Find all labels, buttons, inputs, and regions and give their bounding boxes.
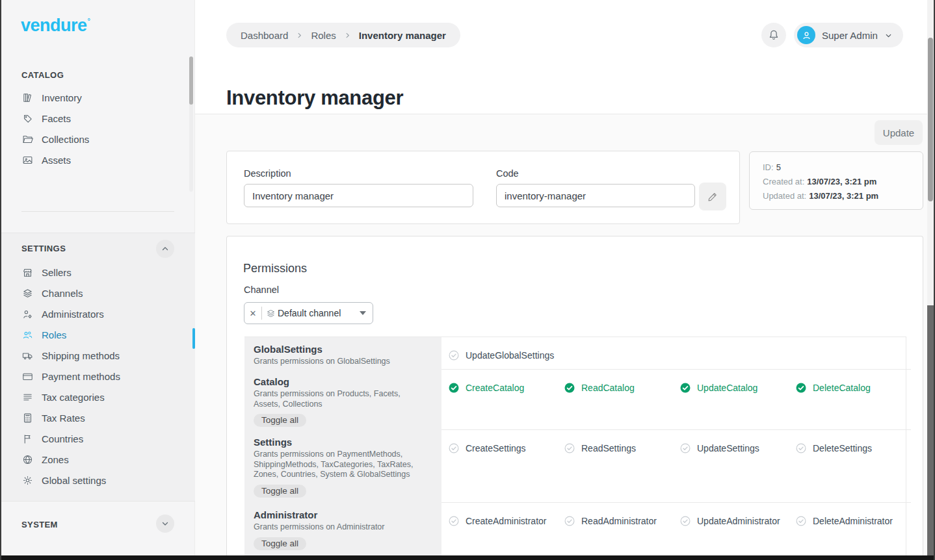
sidebar-item-label: Shipping methods xyxy=(42,350,120,361)
breadcrumb-dashboard[interactable]: Dashboard xyxy=(241,30,288,41)
description-input[interactable] xyxy=(244,184,473,207)
permission-checkbox-deletesettings[interactable]: DeleteSettings xyxy=(795,442,911,455)
created-at-line: Created at:13/07/23, 3:21 pm xyxy=(763,175,910,189)
sidebar-divider xyxy=(21,211,174,212)
sidebar-item-shipping-methods[interactable]: Shipping methods xyxy=(0,345,195,366)
sidebar-item-collections[interactable]: Collections xyxy=(0,129,195,149)
folder-icon xyxy=(21,133,33,145)
sidebar-item-facets[interactable]: Facets xyxy=(0,108,195,129)
permission-checkbox-readsettings[interactable]: ReadSettings xyxy=(564,442,679,455)
permission-label: UpdateCatalog xyxy=(697,383,757,393)
permission-group-description: Grants permissions on PaymentMethods, Sh… xyxy=(254,450,428,480)
permission-checkbox-readcatalog[interactable]: ReadCatalog xyxy=(564,381,679,394)
sidebar-item-label: Zones xyxy=(42,454,69,465)
sidebar-item-label: Assets xyxy=(42,155,71,166)
breadcrumb-inventory-manager: Inventory manager xyxy=(359,30,446,41)
layers-icon xyxy=(21,287,33,299)
section-label-system: SYSTEM xyxy=(21,520,58,529)
breadcrumb-roles[interactable]: Roles xyxy=(311,30,336,41)
id-label: ID: xyxy=(763,162,774,172)
nav-section-catalog: CATALOG InventoryFacetsCollectionsAssets xyxy=(0,65,195,170)
remove-channel-button[interactable]: ✕ xyxy=(244,309,261,318)
window-left-edge xyxy=(0,0,1,560)
notifications-button[interactable] xyxy=(761,23,786,47)
code-input[interactable] xyxy=(496,184,695,207)
user-cog-icon xyxy=(21,308,33,320)
section-header: SYSTEM xyxy=(0,511,195,533)
updated-at-value: 13/07/23, 3:21 pm xyxy=(809,191,878,201)
sidebar-item-tax-categories[interactable]: Tax categories xyxy=(0,387,195,407)
channel-label: Channel xyxy=(244,285,279,295)
description-label: Description xyxy=(244,168,291,179)
chevron-down-icon xyxy=(161,520,169,528)
sidebar-item-sellers[interactable]: Sellers xyxy=(0,262,195,283)
user-menu[interactable]: Super Admin xyxy=(794,23,903,47)
window-scrollbar-shade xyxy=(927,305,934,560)
permission-group-name: Administrator xyxy=(254,509,430,521)
sidebar-item-label: Tax categories xyxy=(42,392,105,403)
check-circle-filled-icon xyxy=(564,382,575,394)
active-item-indicator xyxy=(192,328,195,349)
toggle-all-button[interactable]: Toggle all xyxy=(254,537,306,550)
sidebar-item-countries[interactable]: Countries xyxy=(0,428,195,449)
permission-group-name: GlobalSettings xyxy=(254,344,430,355)
permission-checkbox-updateadministrator[interactable]: UpdateAdministrator xyxy=(679,515,795,528)
tag-icon xyxy=(21,112,33,124)
entity-info-card: ID:5 Created at:13/07/23, 3:21 pm Update… xyxy=(749,151,923,210)
role-detail-card: Description Code xyxy=(226,151,740,224)
permission-label: CreateSettings xyxy=(466,443,526,453)
permission-checkbox-deleteadministrator[interactable]: DeleteAdministrator xyxy=(795,515,911,528)
section-header: CATALOG xyxy=(0,65,195,87)
sidebar-item-administrators[interactable]: Administrators xyxy=(0,303,195,324)
check-circle-icon xyxy=(564,515,575,527)
layers-icon xyxy=(266,309,276,318)
sidebar-item-label: Payment methods xyxy=(42,371,120,382)
check-circle-filled-icon xyxy=(679,382,691,394)
permission-checkbox-deletecatalog[interactable]: DeleteCatalog xyxy=(795,381,911,394)
toggle-all-button[interactable]: Toggle all xyxy=(254,414,306,427)
vendure-logo[interactable]: vendure° xyxy=(21,16,89,36)
chevron-down-icon xyxy=(884,31,893,40)
permission-checkbox-updatesettings[interactable]: UpdateSettings xyxy=(679,442,795,455)
permissions-card: Permissions Channel ✕ Default channel Gl… xyxy=(226,236,923,560)
permission-checkbox-createadministrator[interactable]: CreateAdministrator xyxy=(448,515,564,528)
created-at-value: 13/07/23, 3:21 pm xyxy=(807,177,876,186)
permission-group-row: AdministratorGrants permissions on Admin… xyxy=(244,503,906,558)
code-label: Code xyxy=(496,168,519,179)
sidebar-item-channels[interactable]: Channels xyxy=(0,283,195,303)
sidebar-scrollbar-thumb[interactable] xyxy=(189,57,193,105)
window-scrollbar-thumb[interactable] xyxy=(928,38,933,201)
permission-checkbox-updateglobalsettings[interactable]: UpdateGlobalSettings xyxy=(448,349,564,362)
permission-label: DeleteAdministrator xyxy=(813,516,893,526)
permission-checkbox-updatecatalog[interactable]: UpdateCatalog xyxy=(679,381,795,394)
toggle-all-button[interactable]: Toggle all xyxy=(254,485,306,498)
sidebar-item-zones[interactable]: Zones xyxy=(0,449,195,470)
expand-system-button[interactable] xyxy=(156,515,174,533)
sidebar-item-inventory[interactable]: Inventory xyxy=(0,87,195,108)
sidebar-item-assets[interactable]: Assets xyxy=(0,149,195,170)
sidebar-item-tax-rates[interactable]: Tax Rates xyxy=(0,407,195,428)
permission-label: CreateAdministrator xyxy=(466,516,547,526)
section-label-catalog: CATALOG xyxy=(21,70,64,80)
permission-checkbox-createsettings[interactable]: CreateSettings xyxy=(448,442,564,455)
permission-label: ReadSettings xyxy=(581,443,636,453)
update-button[interactable]: Update xyxy=(875,120,923,145)
sidebar-item-label: Tax Rates xyxy=(42,413,85,424)
permission-label: UpdateSettings xyxy=(697,443,759,453)
entity-id-line: ID:5 xyxy=(763,160,910,175)
permission-checkbox-createcatalog[interactable]: CreateCatalog xyxy=(448,381,564,394)
bell-icon xyxy=(767,29,780,42)
permission-checkbox-readadministrator[interactable]: ReadAdministrator xyxy=(564,515,679,528)
calculator-icon xyxy=(21,412,33,424)
sidebar-item-roles[interactable]: Roles xyxy=(0,324,195,345)
edit-code-button[interactable] xyxy=(699,183,726,210)
image-icon xyxy=(21,154,33,166)
permission-group-description: Grants permissions on Products, Facets, … xyxy=(254,389,428,409)
sidebar-item-label: Global settings xyxy=(42,475,106,486)
collapse-settings-button[interactable] xyxy=(156,240,174,258)
sidebar-item-payment-methods[interactable]: Payment methods xyxy=(0,366,195,387)
updated-at-line: Updated at:13/07/23, 3:21 pm xyxy=(763,189,910,203)
check-circle-icon xyxy=(795,515,807,527)
sidebar-item-global-settings[interactable]: Global settings xyxy=(0,470,195,490)
channel-select[interactable]: ✕ Default channel xyxy=(244,302,373,324)
